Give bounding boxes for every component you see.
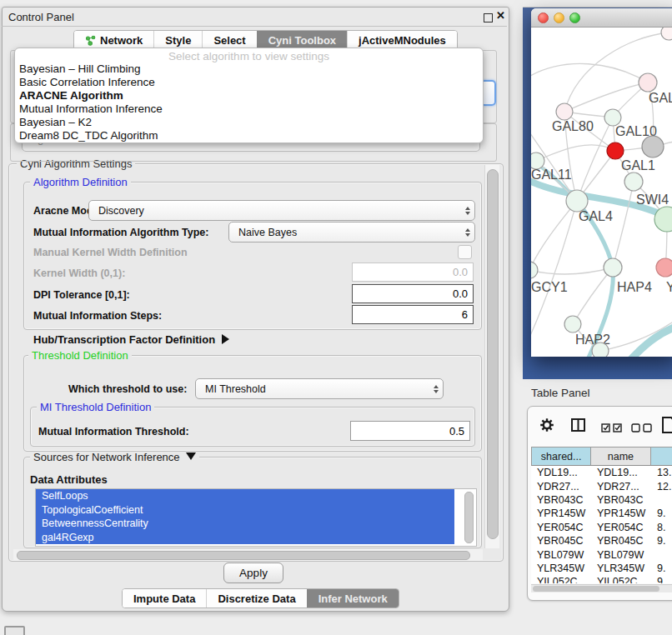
table-row[interactable]: YPR145WYPR145W9. [531, 507, 672, 520]
dpi-tolerance-field[interactable]: 0.0 [352, 284, 474, 303]
network-node-gal80[interactable] [556, 103, 573, 120]
network-node-label: GAL1 [621, 158, 655, 172]
gear-icon[interactable] [539, 418, 554, 436]
table-row[interactable]: YDL19...YDL19...13. [531, 466, 672, 479]
unchecked-boxes-icon[interactable] [631, 421, 653, 436]
table-panel-title: Table Panel [531, 387, 590, 399]
table-hscroll-thumb[interactable] [533, 586, 659, 592]
close-traffic-light[interactable] [538, 12, 549, 23]
popup-item-bayesian-k2[interactable]: Bayesian – K2 [15, 116, 483, 129]
dpi-tolerance-value: 0.0 [453, 288, 468, 300]
network-node-gcy1[interactable] [531, 262, 538, 278]
table-row[interactable]: YBR043CYBR043C [531, 493, 672, 507]
popup-item-bayesian-hill-climbing[interactable]: Bayesian – Hill Climbing [15, 62, 483, 76]
network-node-label: SWI4 [636, 192, 669, 207]
network-node[interactable] [592, 342, 609, 357]
attribute-betweennesscentrality[interactable]: BetweennessCentrality [36, 517, 454, 531]
network-node[interactable] [642, 136, 664, 158]
table-cell: YIL052C [591, 576, 651, 583]
table-header-row[interactable]: shared...name [531, 447, 672, 466]
attribute-gal4rgexp[interactable]: gal4RGexp [36, 531, 454, 545]
network-node-y[interactable] [656, 258, 672, 277]
network-canvas[interactable]: GALGAL80GAL10GAL1GAL11GAL4SWI4GCY1HAP4YH… [531, 28, 672, 357]
network-node-gal11[interactable] [531, 152, 544, 169]
table-column-header-2[interactable] [651, 448, 672, 465]
mi-threshold-label: Mutual Information Threshold: [38, 426, 189, 438]
attributes-scrollbar-thumb[interactable] [464, 492, 474, 543]
network-node-label: GAL80 [552, 119, 594, 133]
stepper-arrows-icon [434, 379, 439, 398]
settings-vertical-scrollbar[interactable] [484, 165, 499, 548]
network-node-hap4[interactable] [604, 258, 622, 277]
tab-impute-data[interactable]: Impute Data [123, 589, 206, 608]
table-body[interactable]: YDL19...YDL19...13.YDR27...YDR27...12.YB… [531, 466, 672, 583]
network-node-gal[interactable] [639, 73, 657, 92]
mi-threshold-field[interactable]: 0.5 [350, 421, 470, 441]
mi-type-value: Naive Bayes [238, 227, 297, 238]
tab-discretize-data-label: Discretize Data [218, 592, 295, 605]
network-node-label: GAL11 [531, 168, 572, 182]
tab-discretize-data[interactable]: Discretize Data [206, 589, 306, 608]
table-row[interactable]: YBL079WYBL079W [531, 548, 672, 561]
popup-item-basic-correlation-inference[interactable]: Basic Correlation Inference [15, 76, 483, 89]
popup-item-list: Bayesian – Hill ClimbingBasic Correlatio… [15, 62, 483, 143]
control-panel-title: Control Panel [8, 11, 74, 23]
settings-hscroll-thumb[interactable] [17, 551, 470, 560]
network-window-titlebar[interactable] [531, 8, 672, 28]
table-cell: YER054C [591, 522, 651, 533]
network-node-gal10[interactable] [604, 109, 621, 126]
algorithm-definition-title: Algorithm Definition [30, 177, 131, 188]
aracne-mode-combo[interactable]: Discovery [88, 200, 475, 221]
settings-horizontal-scrollbar[interactable] [13, 549, 483, 560]
attribute-selfloops[interactable]: SelfLoops [36, 489, 454, 503]
hub-definition-label: Hub/Transcription Factor Definition [33, 333, 215, 346]
kernel-width-field[interactable]: 0.0 [352, 262, 474, 282]
table-row[interactable]: YBR045CYBR045C9. [531, 534, 672, 548]
tab-style[interactable]: Style [153, 31, 202, 49]
data-attributes-list[interactable]: SelfLoopsTopologicalCoefficientBetweenne… [35, 488, 477, 547]
minimize-traffic-light[interactable] [554, 12, 564, 23]
minimized-panel-icon[interactable] [4, 626, 25, 635]
tab-jactivemnodules-label: jActiveMNodules [359, 34, 446, 47]
network-node-hap2[interactable] [564, 316, 581, 332]
mi-steps-field[interactable]: 6 [352, 305, 474, 324]
sources-title[interactable]: Sources for Network Inference [30, 452, 199, 463]
mi-type-combo[interactable]: Naive Bayes [228, 222, 475, 242]
manual-kernel-checkbox[interactable] [458, 245, 472, 259]
table-row[interactable]: YDR27...YDR27...12. [531, 479, 672, 492]
attribute-topologicalcoefficient[interactable]: TopologicalCoefficient [36, 503, 454, 518]
network-node-gal1[interactable] [607, 142, 624, 159]
network-node[interactable] [661, 28, 672, 40]
tab-jactivemnodules[interactable]: jActiveMNodules [347, 31, 457, 49]
tab-network[interactable]: Network [74, 31, 153, 49]
table-column-header-shared[interactable]: shared... [532, 448, 591, 465]
table-row[interactable]: YER054CYER054C8. [531, 521, 672, 534]
apply-button[interactable]: Apply [223, 562, 283, 583]
network-view-window[interactable]: GALGAL80GAL10GAL1GAL11GAL4SWI4GCY1HAP4YH… [531, 8, 672, 357]
table-column-header-name[interactable]: name [591, 448, 650, 465]
data-attributes-label: Data Attributes [30, 473, 108, 486]
table-row[interactable]: YIL052CYIL052C9. [531, 575, 672, 583]
network-node[interactable] [624, 172, 643, 191]
table-cell: YBL079W [591, 549, 651, 561]
tab-infer-network[interactable]: Infer Network [307, 589, 399, 608]
document-icon[interactable] [661, 417, 672, 437]
tab-select[interactable]: Select [202, 31, 256, 49]
hub-definition-toggle[interactable]: Hub/Transcription Factor Definition [33, 333, 229, 346]
table-cell: YBR043C [591, 494, 651, 506]
tab-cyni-toolbox[interactable]: Cyni Toolbox [257, 31, 347, 49]
float-window-icon[interactable] [484, 13, 493, 22]
zoom-traffic-light[interactable] [569, 12, 580, 23]
tab-impute-data-label: Impute Data [133, 592, 195, 605]
checked-boxes-icon[interactable] [601, 421, 623, 436]
split-columns-icon[interactable] [571, 418, 585, 435]
settings-vscroll-thumb[interactable] [487, 169, 499, 539]
close-window-icon[interactable]: ✕ [496, 9, 505, 22]
popup-item-aracne-algorithm[interactable]: ARACNE Algorithm [15, 89, 483, 102]
network-node-label: GAL [649, 91, 672, 105]
popup-item-dream8-dc-tdc-algorithm[interactable]: Dream8 DC_TDC Algorithm [15, 129, 483, 142]
which-threshold-combo[interactable]: MI Threshold [195, 378, 444, 399]
table-row[interactable]: YLR345WYLR345W9. [531, 562, 672, 575]
popup-item-mutual-information-inference[interactable]: Mutual Information Inference [15, 102, 483, 116]
table-horizontal-scrollbar[interactable] [531, 584, 672, 592]
